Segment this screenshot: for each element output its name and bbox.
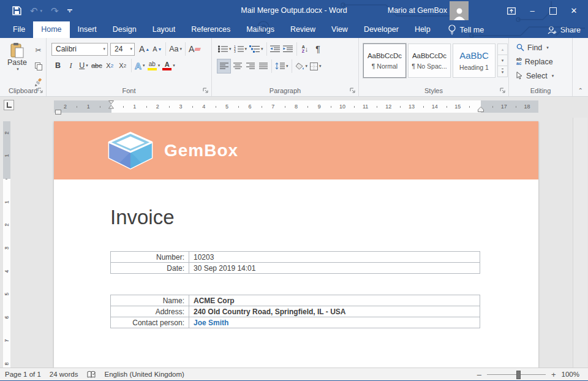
bold-button[interactable]: B bbox=[51, 59, 64, 72]
zoom-slider-handle[interactable] bbox=[516, 371, 521, 379]
ruler-tick bbox=[123, 106, 124, 108]
ruler-number: 11 bbox=[363, 104, 368, 110]
page-indicator[interactable]: Page 1 of 1 bbox=[5, 371, 41, 378]
tab-stop-selector[interactable] bbox=[4, 100, 14, 110]
sort-button[interactable]: AZ ↓ bbox=[299, 42, 312, 56]
bullets-button[interactable]: ▾ bbox=[217, 42, 233, 56]
borders-icon bbox=[310, 62, 318, 70]
clipboard-dialog-launcher[interactable] bbox=[37, 88, 43, 94]
multilevel-list-button[interactable]: ▾ bbox=[248, 42, 265, 56]
tab-developer[interactable]: Developer bbox=[356, 21, 407, 38]
tab-mailings[interactable]: Mailings bbox=[238, 21, 282, 38]
borders-button[interactable]: ▾ bbox=[309, 59, 323, 73]
share-button[interactable]: Share bbox=[548, 21, 581, 38]
text-effects-dropdown-icon: ▾ bbox=[143, 63, 145, 68]
ruler-tick bbox=[77, 106, 77, 108]
grow-font-button[interactable]: A▲ bbox=[138, 42, 151, 56]
line-spacing-button[interactable]: ▾ bbox=[274, 59, 290, 73]
tab-design[interactable]: Design bbox=[105, 21, 145, 38]
justify-button[interactable] bbox=[257, 59, 270, 73]
ribbon-display-options-button[interactable] bbox=[501, 0, 522, 21]
zoom-out-button[interactable]: – bbox=[477, 370, 481, 379]
gallery-down-button[interactable]: ▾ bbox=[497, 55, 508, 66]
gallery-up-button[interactable]: ▴ bbox=[497, 43, 508, 55]
select-button[interactable]: Select ▾ bbox=[509, 69, 572, 82]
word-count[interactable]: 24 words bbox=[50, 371, 78, 378]
copy-button[interactable] bbox=[32, 59, 45, 73]
shading-button[interactable]: ▾ bbox=[294, 59, 309, 73]
person-icon bbox=[453, 7, 466, 20]
replace-button[interactable]: abac Replace bbox=[509, 55, 572, 68]
ribbon-tabs: FileHomeInsertDesignLayoutReferencesMail… bbox=[5, 21, 439, 38]
zoom-level[interactable]: 100% bbox=[562, 371, 579, 378]
font-size-combo[interactable]: 24 ▾ bbox=[110, 43, 135, 56]
customize-qat-button[interactable]: ▾ bbox=[67, 9, 72, 13]
proofing-status[interactable] bbox=[87, 371, 96, 379]
collapse-ribbon-button[interactable]: ⌃ bbox=[578, 87, 583, 94]
clear-formatting-button[interactable]: A bbox=[187, 42, 202, 56]
document-page[interactable]: GemBox Invoice Number:10203Date:30 Sep 2… bbox=[54, 121, 538, 368]
strikethrough-button[interactable]: abc bbox=[90, 59, 104, 72]
find-button[interactable]: Find ▾ bbox=[509, 41, 572, 54]
row-label: Contact person: bbox=[111, 317, 189, 328]
paste-button[interactable]: Paste ▾ bbox=[4, 42, 31, 83]
tab-view[interactable]: View bbox=[323, 21, 356, 38]
maximize-button[interactable] bbox=[543, 0, 564, 21]
cut-button[interactable]: ✂ bbox=[32, 43, 45, 57]
style-card-2[interactable]: AaBbCHeading 1 bbox=[453, 43, 496, 78]
undo-button[interactable]: ↶ bbox=[30, 6, 38, 15]
tab-help[interactable]: Help bbox=[407, 21, 439, 38]
account-name[interactable]: Mario at GemBox bbox=[388, 0, 447, 21]
avatar[interactable] bbox=[450, 1, 469, 20]
subscript-button[interactable]: X2 bbox=[104, 59, 116, 72]
indent-marker[interactable] bbox=[108, 100, 114, 111]
highlight-button[interactable]: ab ▾ bbox=[146, 59, 162, 72]
zoom-in-button[interactable]: + bbox=[551, 370, 556, 379]
paragraph-dialog-launcher[interactable] bbox=[350, 88, 356, 94]
font-color-button[interactable]: A ▾ bbox=[161, 59, 176, 72]
row-value-link[interactable]: Joe Smith bbox=[189, 317, 480, 328]
decrease-indent-button[interactable] bbox=[269, 42, 282, 56]
align-right-button[interactable] bbox=[244, 59, 257, 73]
tab-review[interactable]: Review bbox=[282, 21, 323, 38]
hanging-indent-box[interactable] bbox=[55, 110, 61, 115]
tab-insert[interactable]: Insert bbox=[70, 21, 105, 38]
tab-home[interactable]: Home bbox=[33, 21, 69, 38]
undo-dropdown[interactable]: ▾ bbox=[40, 9, 43, 13]
shrink-font-button[interactable]: A▼ bbox=[151, 42, 164, 56]
styles-dialog-launcher[interactable] bbox=[500, 88, 506, 94]
close-button[interactable]: ✕ bbox=[564, 0, 584, 21]
increase-indent-button[interactable] bbox=[282, 42, 295, 56]
dialog-launcher-icon bbox=[203, 88, 209, 94]
underline-button[interactable]: U▾ bbox=[77, 59, 90, 72]
numbering-button[interactable]: 123 ▾ bbox=[233, 42, 249, 56]
redo-button[interactable]: ↷ bbox=[51, 6, 59, 15]
font-name-combo[interactable]: Calibri ▾ bbox=[51, 43, 108, 56]
minimize-button[interactable]: – bbox=[522, 0, 543, 21]
vertical-ruler[interactable]: 2112345678 bbox=[3, 121, 10, 368]
horizontal-ruler[interactable]: 211234567891011121314151718 bbox=[54, 100, 538, 113]
align-center-button[interactable] bbox=[231, 59, 244, 73]
right-indent-marker[interactable] bbox=[478, 107, 484, 112]
ruler-number: 1 bbox=[133, 104, 136, 110]
ruler-number: 6 bbox=[249, 104, 252, 110]
change-case-button[interactable]: Aa▾ bbox=[168, 42, 183, 56]
italic-button[interactable]: I bbox=[64, 59, 77, 72]
font-dialog-launcher[interactable] bbox=[203, 88, 209, 94]
tab-references[interactable]: References bbox=[183, 21, 238, 38]
align-left-button[interactable] bbox=[217, 59, 231, 74]
save-button[interactable] bbox=[12, 6, 21, 15]
tell-me-button[interactable]: Tell me bbox=[448, 21, 484, 38]
show-paragraph-marks-button[interactable]: ¶ bbox=[312, 42, 325, 56]
text-effects-button[interactable]: A▾ bbox=[134, 59, 146, 72]
tab-file[interactable]: File bbox=[5, 21, 33, 38]
language-indicator[interactable]: English (United Kingdom) bbox=[105, 371, 184, 378]
table-row: Number:10203 bbox=[111, 252, 480, 263]
style-card-0[interactable]: AaBbCcDc¶ Normal bbox=[363, 43, 406, 78]
style-card-1[interactable]: AaBbCcDc¶ No Spac... bbox=[408, 43, 451, 78]
superscript-button[interactable]: X2 bbox=[116, 59, 129, 72]
tab-layout[interactable]: Layout bbox=[145, 21, 184, 38]
vertical-scrollbar[interactable] bbox=[573, 118, 587, 368]
gallery-more-button[interactable]: ▾ bbox=[497, 66, 508, 77]
zoom-slider-track[interactable] bbox=[487, 374, 546, 375]
